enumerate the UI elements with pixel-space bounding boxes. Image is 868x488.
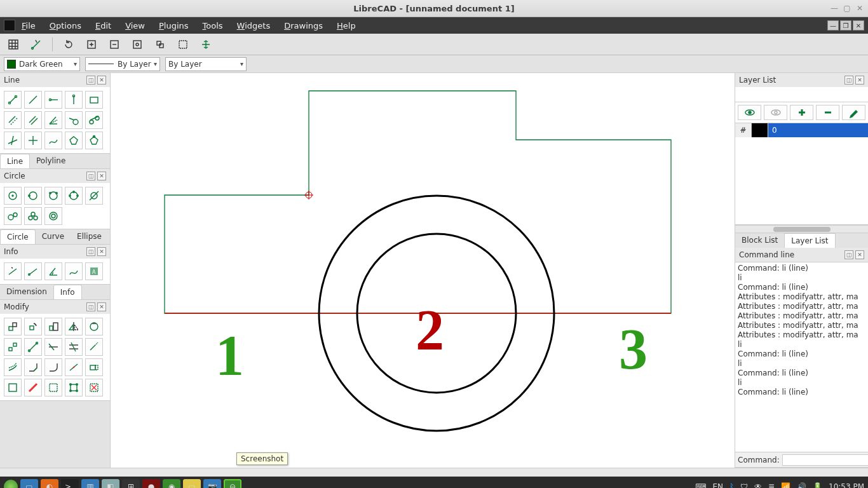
- circle-center-button[interactable]: [4, 187, 22, 205]
- line-freehand-button[interactable]: [44, 132, 62, 149]
- modify-trim-button[interactable]: [44, 338, 62, 356]
- layer-remove-button[interactable]: [816, 105, 839, 120]
- modify-rotate2-button[interactable]: [4, 338, 22, 356]
- line-tangent-cc-button[interactable]: [85, 111, 103, 129]
- zoom-out-button[interactable]: [106, 36, 123, 53]
- tab-polyline[interactable]: Polyline: [30, 154, 72, 168]
- layer-add-button[interactable]: [790, 105, 813, 120]
- tab-line[interactable]: Line: [0, 154, 30, 168]
- command-input[interactable]: [782, 454, 868, 466]
- draft-mode-button[interactable]: [28, 36, 44, 53]
- taskbar-screenshot-button[interactable]: 📷: [203, 479, 221, 488]
- circle-2points-radius-button[interactable]: [44, 187, 62, 205]
- mdi-restore-button[interactable]: ❐: [840, 20, 851, 30]
- tray-battery-icon[interactable]: 🔋: [813, 482, 822, 488]
- circle-tan-button[interactable]: [85, 187, 103, 205]
- line-parallel-through-button[interactable]: [4, 111, 22, 129]
- menu-widgets[interactable]: Widgets: [237, 21, 271, 30]
- mdi-minimize-button[interactable]: —: [827, 20, 839, 30]
- info-dist-ep-button[interactable]: [24, 262, 42, 280]
- taskbar-app3-button[interactable]: ◉: [163, 479, 180, 488]
- layer-construction-icon[interactable]: #: [735, 123, 752, 137]
- line-bisector-button[interactable]: [44, 111, 62, 129]
- panel-float-icon[interactable]: ◫: [844, 76, 853, 85]
- line-relative-angle-button[interactable]: [24, 132, 42, 149]
- panel-float-icon[interactable]: ◫: [86, 172, 95, 180]
- taskbar-files-button[interactable]: ▭: [20, 479, 38, 488]
- taskbar-filemanager-button[interactable]: ▥: [81, 479, 99, 488]
- menu-drawings[interactable]: Drawings: [284, 21, 323, 30]
- line-parallel-button[interactable]: [24, 111, 42, 129]
- tray-lang-indicator[interactable]: EN: [712, 482, 723, 488]
- modify-explode-button[interactable]: [65, 379, 83, 396]
- tab-ellipse[interactable]: Ellipse: [71, 229, 108, 244]
- modify-moverotate-button[interactable]: [85, 318, 103, 336]
- layer-showall-button[interactable]: [738, 105, 761, 120]
- circle-tan2-button[interactable]: [4, 207, 22, 225]
- menu-help[interactable]: Help: [337, 21, 356, 30]
- tray-shield-icon[interactable]: 🛡: [740, 482, 748, 488]
- tab-layerlist[interactable]: Layer List: [784, 233, 835, 248]
- linetype-combo[interactable]: By Layer ▾: [85, 57, 160, 71]
- panel-float-icon[interactable]: ◫: [86, 247, 95, 256]
- menu-view[interactable]: View: [125, 21, 145, 30]
- line-2points-button[interactable]: [4, 91, 22, 109]
- layer-hscrollbar[interactable]: [735, 225, 868, 233]
- modify-fillet-button[interactable]: [44, 358, 62, 376]
- modify-divide-button[interactable]: [65, 358, 83, 376]
- panel-close-icon[interactable]: ✕: [855, 76, 864, 85]
- taskbar-app2-button[interactable]: ●: [142, 479, 160, 488]
- window-minimize-button[interactable]: —: [830, 4, 839, 13]
- menu-file[interactable]: File: [22, 21, 36, 30]
- info-area-button[interactable]: A: [85, 262, 103, 280]
- modify-rotate-button[interactable]: [24, 318, 42, 336]
- window-close-button[interactable]: ✕: [855, 4, 864, 13]
- tab-info[interactable]: Info: [53, 285, 82, 299]
- modify-move-button[interactable]: [4, 318, 22, 336]
- layer-hideall-button[interactable]: [764, 105, 787, 120]
- start-menu-button[interactable]: [4, 480, 18, 488]
- layer-edit-button[interactable]: [842, 105, 865, 120]
- taskbar-terminal-button[interactable]: >_: [61, 479, 79, 488]
- layer-color-swatch[interactable]: [752, 123, 768, 137]
- modify-lengthen-button[interactable]: [85, 338, 103, 356]
- panel-float-icon[interactable]: ◫: [844, 250, 853, 259]
- info-angle-button[interactable]: [44, 262, 62, 280]
- tray-clock[interactable]: 10:53 PM: [829, 482, 864, 488]
- panel-close-icon[interactable]: ✕: [97, 76, 106, 85]
- panel-close-icon[interactable]: ✕: [97, 247, 106, 256]
- panel-close-icon[interactable]: ✕: [97, 302, 106, 311]
- modify-trim2-button[interactable]: [65, 338, 83, 356]
- circle-3points-button[interactable]: [65, 187, 83, 205]
- line-angle-button[interactable]: [24, 91, 42, 109]
- zoom-previous-button[interactable]: [152, 36, 168, 53]
- mdi-close-button[interactable]: ✕: [853, 20, 864, 30]
- taskbar-app1-button[interactable]: ◧: [102, 479, 119, 488]
- modify-bevel-button[interactable]: [24, 358, 42, 376]
- grid-toggle-button[interactable]: [5, 36, 22, 53]
- line-polygon-cor-button[interactable]: [85, 132, 103, 149]
- circle-2points-button[interactable]: [24, 187, 42, 205]
- modify-entity-button[interactable]: [4, 379, 22, 396]
- modify-mirror-button[interactable]: [65, 318, 83, 336]
- panel-close-icon[interactable]: ✕: [855, 250, 864, 259]
- tab-curve[interactable]: Curve: [36, 229, 71, 244]
- line-vertical-button[interactable]: [65, 91, 83, 109]
- taskbar-firefox-button[interactable]: ◐: [41, 479, 58, 488]
- line-horizontal-button[interactable]: [44, 91, 62, 109]
- panel-float-icon[interactable]: ◫: [86, 302, 95, 311]
- layer-row-0[interactable]: # 0: [735, 123, 868, 137]
- tab-circle[interactable]: Circle: [0, 229, 36, 244]
- modify-explode-text-button[interactable]: [44, 379, 62, 396]
- circle-tan3-button[interactable]: [24, 207, 42, 225]
- tab-blocklist[interactable]: Block List: [735, 233, 784, 248]
- tray-network-icon[interactable]: ≣: [768, 482, 775, 488]
- layer-filter-input[interactable]: [735, 87, 868, 102]
- info-dist-button[interactable]: [4, 262, 22, 280]
- menu-edit[interactable]: Edit: [95, 21, 111, 30]
- lineweight-combo[interactable]: By Layer ▾: [165, 57, 247, 71]
- window-maximize-button[interactable]: ▢: [843, 4, 851, 13]
- line-rectangle-button[interactable]: [85, 91, 103, 109]
- line-tangent-pc-button[interactable]: [65, 111, 83, 129]
- tab-dimension[interactable]: Dimension: [0, 285, 53, 299]
